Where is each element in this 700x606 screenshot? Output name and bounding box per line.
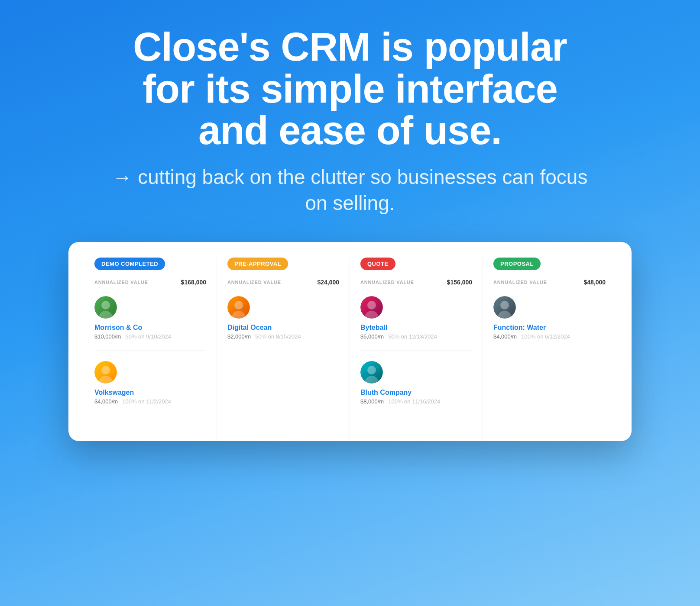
deal-meta-function-water: $4,000/m100% on 6/12/2024 (493, 333, 606, 340)
deal-meta-byteball: $5,000/m50% on 12/13/2024 (360, 333, 472, 340)
deal-card-byteball[interactable]: Byteball$5,000/m50% on 12/13/2024 (360, 296, 472, 351)
stage-badge-proposal: PROPOSAL (493, 258, 541, 270)
crm-column-pre-approval: PRE-APPROVALANNUALIZED VALUE$24,000 Digi… (217, 258, 350, 441)
svg-point-10 (367, 301, 376, 309)
avatar-morrison (94, 296, 117, 319)
deal-card-function-water[interactable]: Function: Water$4,000/m100% on 6/12/2024 (493, 296, 606, 350)
crm-card: DEMO COMPLETEDANNUALIZED VALUE$168,000 M… (68, 242, 632, 441)
deal-name-morrison[interactable]: Morrison & Co (94, 324, 206, 332)
crm-columns: DEMO COMPLETEDANNUALIZED VALUE$168,000 M… (84, 258, 616, 441)
deal-card-volkswagen[interactable]: Volkswagen$4,000/m100% on 11/2/2024 (94, 361, 206, 415)
deal-card-digital-ocean[interactable]: Digital Ocean$2,000/m50% on 8/15/2024 (227, 296, 339, 350)
hero-subtitle: → cutting back on the clutter so busines… (112, 164, 588, 216)
deal-name-function-water[interactable]: Function: Water (493, 324, 606, 332)
stage-badge-demo: DEMO COMPLETED (94, 258, 165, 270)
avatar-function-water (493, 296, 516, 319)
avatar-volkswagen (94, 361, 117, 384)
annualized-value-proposal: $48,000 (583, 279, 606, 286)
svg-point-13 (367, 366, 376, 374)
annualized-value-quote: $156,000 (447, 279, 472, 286)
crm-column-proposal: PROPOSALANNUALIZED VALUE$48,000 Function… (483, 258, 616, 441)
deal-card-morrison[interactable]: Morrison & Co$10,000/m50% on 9/10/2024 (94, 296, 206, 351)
hero-title: Close's CRM is popular for its simple in… (112, 26, 588, 152)
stage-badge-quote: QUOTE (360, 258, 395, 270)
annualized-label-pre-approval: ANNUALIZED VALUE (227, 280, 281, 285)
annualized-value-demo: $168,000 (181, 279, 206, 286)
arrow-icon: → (113, 166, 133, 188)
deal-name-volkswagen[interactable]: Volkswagen (94, 389, 206, 396)
avatar-digital-ocean (227, 296, 250, 319)
deal-name-bluth[interactable]: Bluth Company (360, 389, 472, 396)
annualized-row-quote: ANNUALIZED VALUE$156,000 (360, 279, 472, 286)
annualized-row-proposal: ANNUALIZED VALUE$48,000 (493, 279, 606, 286)
svg-point-7 (234, 301, 243, 309)
svg-point-4 (101, 366, 110, 374)
deal-name-digital-ocean[interactable]: Digital Ocean (227, 324, 339, 332)
crm-column-quote: QUOTEANNUALIZED VALUE$156,000 Byteball$5… (350, 258, 483, 441)
avatar-bluth (360, 361, 383, 384)
deal-card-bluth[interactable]: Bluth Company$8,000/m100% on 11/16/2024 (360, 361, 472, 415)
svg-point-1 (101, 301, 110, 309)
hero-subtitle-text: cutting back on the clutter so businesse… (138, 166, 587, 214)
annualized-row-pre-approval: ANNUALIZED VALUE$24,000 (227, 279, 339, 286)
annualized-label-quote: ANNUALIZED VALUE (360, 280, 414, 285)
svg-point-16 (500, 301, 509, 309)
deal-meta-volkswagen: $4,000/m100% on 11/2/2024 (94, 398, 206, 405)
annualized-label-proposal: ANNUALIZED VALUE (493, 280, 547, 285)
deal-meta-morrison: $10,000/m50% on 9/10/2024 (94, 333, 206, 340)
deal-name-byteball[interactable]: Byteball (360, 324, 472, 332)
stage-badge-pre-approval: PRE-APPROVAL (227, 258, 288, 270)
deal-meta-bluth: $8,000/m100% on 11/16/2024 (360, 398, 472, 405)
deal-meta-digital-ocean: $2,000/m50% on 8/15/2024 (227, 333, 339, 340)
annualized-row-demo: ANNUALIZED VALUE$168,000 (94, 279, 206, 286)
annualized-label-demo: ANNUALIZED VALUE (94, 280, 148, 285)
crm-column-demo: DEMO COMPLETEDANNUALIZED VALUE$168,000 M… (84, 258, 217, 441)
avatar-byteball (360, 296, 383, 319)
hero-section: Close's CRM is popular for its simple in… (112, 26, 588, 216)
annualized-value-pre-approval: $24,000 (317, 279, 339, 286)
